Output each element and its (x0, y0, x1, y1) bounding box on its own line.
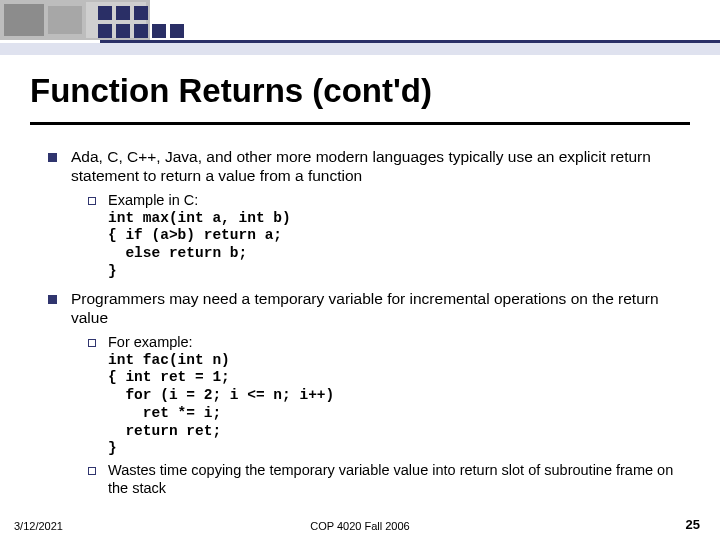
bullet-1-sub: Example in C: int max(int a, int b) { if… (88, 192, 688, 280)
slide-title: Function Returns (cont'd) (30, 72, 432, 110)
sub-bullet-square-icon (88, 467, 96, 475)
bullet-square-icon (48, 153, 57, 162)
sub-bullet-body: Example in C: int max(int a, int b) { if… (108, 192, 688, 280)
header-decoration (0, 0, 720, 60)
sub-bullet-square-icon (88, 197, 96, 205)
svg-rect-10 (152, 24, 166, 38)
bullet-text: Ada, C, C++, Java, and other more modern… (71, 148, 688, 186)
code-block: int fac(int n) { int ret = 1; for (i = 2… (108, 352, 688, 458)
code-block: int max(int a, int b) { if (a>b) return … (108, 210, 688, 281)
sub-bullet-lead: For example: (108, 334, 193, 350)
title-underline (30, 122, 690, 125)
footer-course: COP 4020 Fall 2006 (0, 520, 720, 532)
svg-rect-7 (98, 24, 112, 38)
bullet-text: Programmers may need a temporary variabl… (71, 290, 688, 328)
sub-bullet-square-icon (88, 339, 96, 347)
svg-rect-13 (0, 43, 720, 55)
slide: Function Returns (cont'd) Ada, C, C++, J… (0, 0, 720, 540)
svg-rect-1 (4, 4, 44, 36)
sub-bullet: For example: int fac(int n) { int ret = … (88, 334, 688, 458)
svg-rect-6 (134, 6, 148, 20)
svg-rect-8 (116, 24, 130, 38)
svg-rect-9 (134, 24, 148, 38)
bullet-2: Programmers may need a temporary variabl… (48, 290, 688, 328)
bullet-2-sub: For example: int fac(int n) { int ret = … (88, 334, 688, 497)
bullet-1: Ada, C, C++, Java, and other more modern… (48, 148, 688, 186)
svg-rect-11 (170, 24, 184, 38)
content-area: Ada, C, C++, Java, and other more modern… (48, 148, 688, 507)
svg-rect-12 (100, 40, 720, 43)
sub-bullet-lead: Example in C: (108, 192, 198, 208)
svg-rect-4 (98, 6, 112, 20)
sub-bullet: Wastes time copying the temporary variab… (88, 462, 688, 497)
bullet-square-icon (48, 295, 57, 304)
sub-bullet-lead: Wastes time copying the temporary variab… (108, 462, 688, 497)
sub-bullet: Example in C: int max(int a, int b) { if… (88, 192, 688, 280)
svg-rect-2 (48, 6, 82, 34)
footer-page-number: 25 (686, 517, 700, 532)
sub-bullet-body: For example: int fac(int n) { int ret = … (108, 334, 688, 458)
svg-rect-5 (116, 6, 130, 20)
